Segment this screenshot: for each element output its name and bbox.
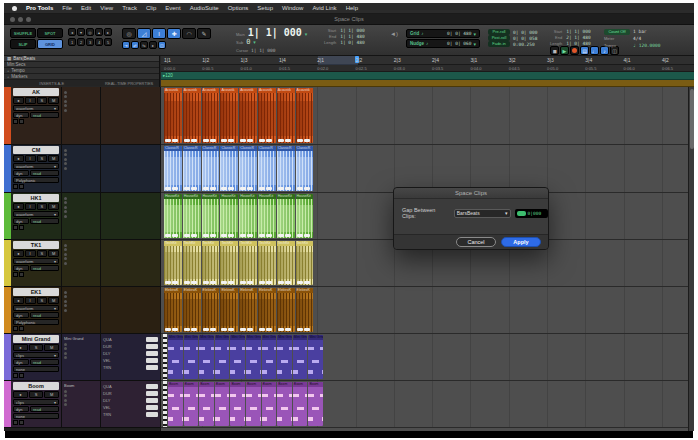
clip-gain-icon[interactable] — [278, 281, 284, 284]
clip-fade-icon[interactable] — [285, 187, 291, 190]
mute-button[interactable]: M — [44, 391, 59, 398]
clip[interactable]: ClassicR — [202, 146, 220, 191]
clip-gain-icon[interactable] — [297, 281, 303, 284]
inserts-column[interactable]: Mini Grand — [61, 334, 100, 380]
clip[interactable]: Acoustik — [296, 88, 314, 143]
freeze-icon[interactable] — [13, 420, 18, 425]
clip[interactable]: Boom — [215, 382, 230, 426]
clip-gain-icon[interactable] — [240, 139, 246, 142]
clip-fade-icon[interactable] — [172, 234, 178, 237]
gap-units-dropdown[interactable]: BarsBeats ▾ — [454, 209, 511, 218]
mute-button[interactable]: M — [44, 344, 59, 351]
add-markers-icon[interactable]: + — [7, 74, 9, 79]
zoom-preset-5[interactable]: 5 — [104, 38, 112, 46]
solo-button[interactable]: S — [29, 391, 44, 398]
insertion-follows-playback[interactable]: ▸ — [149, 41, 157, 49]
rtp-value-box[interactable] — [146, 398, 158, 403]
link-timeline-edit[interactable]: ⇄ — [131, 41, 139, 49]
clip[interactable]: ElektroK — [296, 288, 314, 332]
menu-item-window[interactable]: Window — [282, 5, 303, 11]
clip-fade-icon[interactable] — [210, 139, 216, 142]
clip[interactable]: Acoustik — [277, 88, 295, 143]
clip[interactable]: Boom — [293, 382, 308, 426]
insert-slot[interactable] — [64, 149, 67, 152]
track-name[interactable]: HK1 — [13, 194, 59, 202]
sub-counter-caret-icon[interactable]: ▾ — [253, 39, 256, 45]
clip[interactable]: Boom — [262, 382, 277, 426]
apple-menu-icon[interactable] — [12, 6, 17, 11]
insert-slot[interactable] — [64, 95, 67, 98]
clip-gain-icon[interactable] — [259, 234, 265, 237]
insert-slot[interactable] — [64, 162, 67, 165]
clip-fade-icon[interactable] — [191, 187, 197, 190]
track-color-strip[interactable] — [4, 193, 11, 239]
clip-fade-icon[interactable] — [228, 281, 234, 284]
insert-slot[interactable] — [64, 347, 67, 350]
clip[interactable]: Mini Grnd — [199, 335, 214, 379]
clip-fade-icon[interactable] — [228, 328, 234, 331]
track-color-strip[interactable] — [4, 334, 11, 380]
insert-slot[interactable] — [64, 104, 67, 107]
clip[interactable]: Mini Grnd — [230, 335, 245, 379]
track-lane-ek1[interactable]: ElektroKElektroKElektroKElektroKElektroK… — [161, 287, 688, 334]
clip-fade-icon[interactable] — [210, 187, 216, 190]
clip[interactable]: HouseKit — [183, 194, 201, 238]
grid-value-box[interactable]: Grid ♪ 0| 0| 480 ▾ — [406, 29, 480, 38]
clip-fade-icon[interactable] — [266, 281, 272, 284]
clip[interactable]: Mini Grnd — [215, 335, 230, 379]
group-icon[interactable] — [19, 184, 24, 189]
automation-mode-selector[interactable]: read — [30, 112, 59, 118]
clip[interactable]: ClassicR — [220, 146, 238, 191]
insert-slot[interactable] — [64, 356, 67, 359]
mute-button[interactable]: M — [48, 250, 59, 257]
edit-mode-slip[interactable]: SLIP — [10, 39, 36, 49]
track-name[interactable]: Mini Grand — [13, 335, 59, 343]
freeze-icon[interactable] — [13, 184, 18, 189]
clip[interactable]: Mini Grnd — [293, 335, 308, 379]
rtp-value-box[interactable] — [146, 384, 158, 389]
clip[interactable]: HouseKit — [239, 194, 257, 238]
clip-gain-icon[interactable] — [297, 328, 303, 331]
insert-slot[interactable] — [64, 291, 67, 294]
tempo-ruler[interactable]: ▸120 — [161, 72, 694, 80]
rtp-value-box[interactable] — [146, 358, 158, 363]
gap-toggle-icon[interactable] — [517, 211, 526, 216]
track-view-selector[interactable]: waveform▾ — [13, 163, 59, 169]
clip[interactable]: Acoustik — [258, 88, 276, 143]
freeze-icon[interactable] — [13, 119, 18, 124]
dyn-button[interactable]: dyn — [13, 312, 29, 318]
tempo-label[interactable]: Tempo — [604, 43, 630, 48]
insert-slot[interactable] — [64, 153, 67, 156]
clip[interactable]: Mini Grnd — [168, 335, 183, 379]
grabber-tool[interactable]: ✚ — [167, 28, 181, 39]
clip-fade-icon[interactable] — [304, 139, 310, 142]
insert-slot[interactable] — [64, 109, 67, 112]
output-meter-icon[interactable]: ◄) — [390, 31, 398, 37]
clip[interactable]: ClassicR — [183, 146, 201, 191]
menu-item-avid-link[interactable]: Avid Link — [312, 5, 336, 11]
rtp-value-box[interactable] — [146, 337, 158, 342]
rtp-value-box[interactable] — [146, 351, 158, 356]
clip[interactable]: Acoustik — [220, 88, 238, 143]
main-counter-caret-icon[interactable]: ▾ — [305, 31, 308, 37]
clip-fade-icon[interactable] — [247, 187, 253, 190]
track-color-strip[interactable] — [4, 240, 11, 286]
clip[interactable]: ClassicR — [239, 146, 257, 191]
insert-slot[interactable] — [64, 100, 67, 103]
clip-gain-icon[interactable] — [184, 328, 190, 331]
track-name[interactable]: Boom — [13, 382, 59, 390]
clip[interactable]: ElektroK — [258, 288, 276, 332]
scrubber-tool[interactable]: ◠ — [182, 28, 196, 39]
clip[interactable]: TechKit — [183, 241, 201, 285]
clip-gain-icon[interactable] — [240, 234, 246, 237]
edit-mode-spot[interactable]: SPOT — [37, 28, 63, 38]
clip[interactable]: HouseKit — [220, 194, 238, 238]
rtp-value-box[interactable] — [146, 391, 158, 396]
mute-button[interactable]: M — [48, 203, 59, 210]
clip-gain-icon[interactable] — [221, 234, 227, 237]
track-view-selector[interactable]: waveform▾ — [13, 211, 59, 217]
group-icon[interactable] — [19, 119, 24, 124]
clip-fade-icon[interactable] — [266, 328, 272, 331]
clip-gain-icon[interactable] — [297, 139, 303, 142]
clip-gain-icon[interactable] — [165, 139, 171, 142]
